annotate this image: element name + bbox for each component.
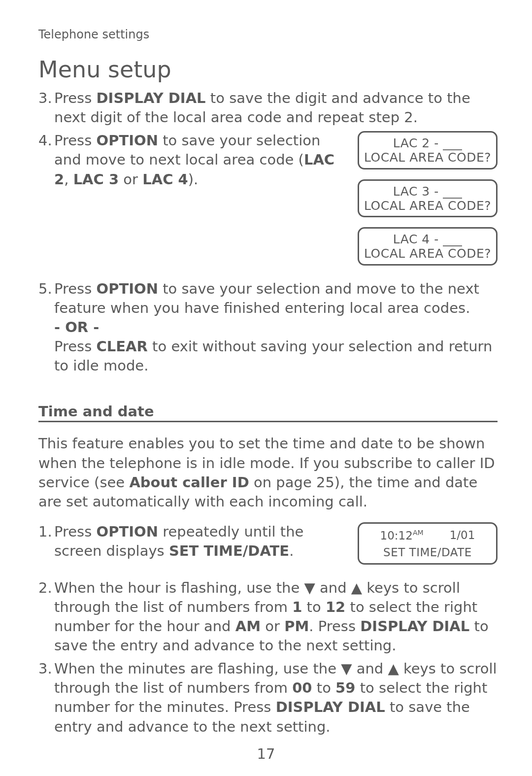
step-number: 4. (38, 131, 54, 275)
lcd-time-float: 10:12AM 1/01 SET TIME/DATE (358, 522, 498, 574)
lcd-stack: LAC 2 - ___ LOCAL AREA CODE? LAC 3 - ___… (358, 131, 498, 275)
lcd-line1: LAC 3 - ___ (363, 185, 492, 199)
step-text: Press OPTION to save your selection and … (54, 279, 498, 376)
td-step-1: 1. 10:12AM 1/01 SET TIME/DATE Press OPTI… (38, 522, 498, 574)
section-heading-time-date: Time and date (38, 403, 498, 422)
or-divider: - OR - (54, 318, 498, 337)
step-number: 1. (38, 522, 54, 574)
step-number: 5. (38, 279, 54, 376)
content: 3. Press DISPLAY DIAL to save the digit … (38, 89, 498, 737)
step-text: LAC 2 - ___ LOCAL AREA CODE? LAC 3 - ___… (54, 131, 498, 275)
lcd-label: SET TIME/DATE (363, 546, 492, 560)
steps-list-b: 1. 10:12AM 1/01 SET TIME/DATE Press OPTI… (38, 522, 498, 737)
lcd-lac4: LAC 4 - ___ LOCAL AREA CODE? (358, 227, 498, 266)
step-number: 3. (38, 89, 54, 127)
lcd-line1: LAC 2 - ___ (363, 136, 492, 151)
lcd-line2: LOCAL AREA CODE? (363, 247, 492, 261)
lcd-date-value: 1/01 (450, 529, 475, 542)
steps-list-a: 3. Press DISPLAY DIAL to save the digit … (38, 89, 498, 375)
step-5: 5. Press OPTION to save your selection a… (38, 279, 498, 376)
lcd-time-value: 10:12AM (380, 529, 424, 542)
breadcrumb: Telephone settings (38, 28, 498, 41)
td-step-2: 2. When the hour is flashing, use the ▼ … (38, 578, 498, 656)
step-number: 2. (38, 578, 54, 656)
page-title: Menu setup (38, 56, 498, 83)
lcd-line2: LOCAL AREA CODE? (363, 199, 492, 213)
lcd-line1: LAC 4 - ___ (363, 233, 492, 247)
lcd-lac3: LAC 3 - ___ LOCAL AREA CODE? (358, 179, 498, 218)
lcd-lac2: LAC 2 - ___ LOCAL AREA CODE? (358, 131, 498, 169)
step-4: 4. LAC 2 - ___ LOCAL AREA CODE? LAC 3 - … (38, 131, 498, 275)
time-date-intro: This feature enables you to set the time… (38, 434, 498, 511)
step-text: Press DISPLAY DIAL to save the digit and… (54, 89, 498, 127)
step-text: 10:12AM 1/01 SET TIME/DATE Press OPTION … (54, 522, 498, 574)
step-3: 3. Press DISPLAY DIAL to save the digit … (38, 89, 498, 127)
step-text: When the minutes are flashing, use the ▼… (54, 659, 498, 737)
step-number: 3. (38, 659, 54, 737)
step-text: When the hour is flashing, use the ▼ and… (54, 578, 498, 656)
lcd-line2: LOCAL AREA CODE? (363, 151, 492, 165)
page-number: 17 (0, 745, 532, 762)
lcd-time-date: 10:12AM 1/01 SET TIME/DATE (358, 522, 498, 565)
td-step-3: 3. When the minutes are flashing, use th… (38, 659, 498, 737)
